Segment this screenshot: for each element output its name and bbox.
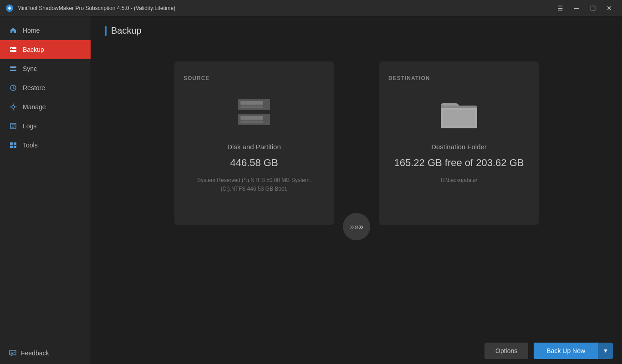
maximize-button[interactable]: ☐ <box>586 3 600 14</box>
destination-card[interactable]: DESTINATION Destination Folder <box>379 61 539 225</box>
destination-label: DESTINATION <box>388 75 430 81</box>
source-main-text: Disk and Partition <box>227 143 281 151</box>
manage-icon <box>9 103 17 111</box>
titlebar: MiniTool ShadowMaker Pro Subscription 4.… <box>0 0 622 16</box>
sidebar-item-sync-label: Sync <box>23 65 37 72</box>
page-title: Backup <box>111 25 142 36</box>
backup-content: SOURCE Disk and Partition 4 <box>91 43 622 337</box>
arrow-icon: » » » <box>350 222 363 231</box>
close-button[interactable]: ✕ <box>602 3 617 14</box>
svg-rect-11 <box>14 142 16 145</box>
svg-rect-3 <box>11 48 12 49</box>
home-icon <box>9 26 17 35</box>
svg-rect-19 <box>240 116 263 120</box>
sidebar-item-restore-label: Restore <box>23 84 45 91</box>
minimize-button[interactable]: ─ <box>569 3 584 14</box>
sidebar-item-logs-label: Logs <box>23 122 36 130</box>
app-title: MiniTool ShadowMaker Pro Subscription 4.… <box>17 5 175 11</box>
main-panel: Backup SOURCE <box>91 16 622 364</box>
svg-text:»: » <box>359 222 363 231</box>
sidebar-item-manage[interactable]: Manage <box>0 97 91 116</box>
sidebar-item-home[interactable]: Home <box>0 21 91 40</box>
svg-rect-16 <box>240 101 263 105</box>
tools-icon <box>9 141 17 149</box>
titlebar-controls: ☰ ─ ☐ ✕ <box>553 3 617 14</box>
bottom-bar: Options Back Up Now ▼ <box>91 337 622 364</box>
feedback-icon <box>9 349 16 357</box>
sidebar: Home Backup Syn <box>0 16 91 364</box>
source-size: 446.58 GB <box>230 157 278 169</box>
sidebar-item-tools-label: Tools <box>23 142 38 149</box>
sync-icon <box>9 65 17 73</box>
disk-icon <box>234 96 275 131</box>
sidebar-item-home-label: Home <box>23 27 40 34</box>
backup-icon <box>9 46 17 54</box>
svg-rect-13 <box>14 146 16 148</box>
destination-free-text: 165.22 GB free of 203.62 GB <box>394 157 524 169</box>
destination-path: H:\backupdata\ <box>441 176 478 185</box>
feedback-button[interactable]: Feedback <box>0 342 91 364</box>
restore-icon <box>9 84 17 92</box>
folder-icon <box>438 96 479 131</box>
backup-now-dropdown-button[interactable]: ▼ <box>598 343 613 359</box>
header-accent <box>105 26 107 36</box>
sidebar-item-logs[interactable]: Logs <box>0 116 91 136</box>
feedback-label: Feedback <box>21 349 49 357</box>
svg-rect-10 <box>10 142 13 145</box>
app-logo-icon <box>5 4 14 12</box>
page-header: Backup <box>91 16 622 43</box>
svg-text:»: » <box>350 222 354 231</box>
sidebar-item-manage-label: Manage <box>23 103 46 111</box>
svg-point-8 <box>12 106 15 108</box>
backup-now-button[interactable]: Back Up Now <box>534 343 598 359</box>
app-body: Home Backup Syn <box>0 16 622 364</box>
svg-rect-14 <box>10 350 16 355</box>
options-button[interactable]: Options <box>484 343 528 359</box>
sidebar-item-backup-label: Backup <box>23 46 44 53</box>
titlebar-left: MiniTool ShadowMaker Pro Subscription 4.… <box>5 4 175 12</box>
logs-icon <box>9 122 17 130</box>
menu-button[interactable]: ☰ <box>553 3 567 14</box>
arrow-button[interactable]: » » » <box>343 213 370 240</box>
svg-rect-26 <box>443 110 475 126</box>
source-card[interactable]: SOURCE Disk and Partition 4 <box>174 61 334 225</box>
source-details: System Reserved,(*:).NTFS 50.00 MB Syste… <box>197 176 311 193</box>
svg-rect-20 <box>240 121 263 123</box>
svg-rect-17 <box>240 106 263 108</box>
svg-rect-4 <box>11 51 12 52</box>
sidebar-item-sync[interactable]: Sync <box>0 59 91 78</box>
source-label: SOURCE <box>184 75 209 81</box>
destination-main-text: Destination Folder <box>431 143 487 151</box>
sidebar-item-backup[interactable]: Backup <box>0 40 91 59</box>
svg-rect-6 <box>10 70 16 71</box>
source-icon-area <box>234 95 275 131</box>
sidebar-item-restore[interactable]: Restore <box>0 78 91 97</box>
backup-now-wrapper: Back Up Now ▼ <box>534 343 613 359</box>
svg-text:»: » <box>354 222 359 231</box>
destination-icon-area <box>438 95 479 131</box>
sidebar-item-tools[interactable]: Tools <box>0 136 91 155</box>
svg-rect-12 <box>10 146 13 148</box>
